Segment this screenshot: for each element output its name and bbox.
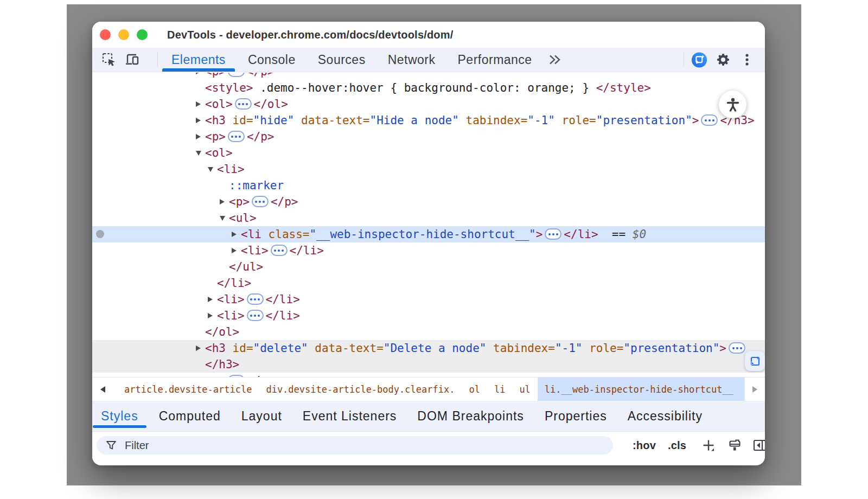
breadcrumb-item[interactable]: li bbox=[487, 378, 512, 401]
ellipsis-expand-button[interactable] bbox=[235, 98, 252, 110]
disclosure-collapsed-icon[interactable] bbox=[232, 232, 237, 237]
sidebar-tab-styles[interactable]: Styles bbox=[101, 401, 138, 431]
dom-tag-text: <style> bbox=[205, 81, 253, 94]
dom-tree-row[interactable]: <p></p> bbox=[92, 194, 765, 210]
dom-tag-text: <li> bbox=[241, 244, 269, 257]
dom-text: == bbox=[598, 228, 633, 241]
breadcrumb-item[interactable]: article.devsite-article bbox=[117, 378, 259, 401]
dom-tree-row[interactable]: <li></li> bbox=[92, 308, 765, 324]
device-toolbar-icon[interactable] bbox=[125, 52, 141, 68]
dom-tree-row[interactable]: <p></p> bbox=[92, 73, 765, 80]
breadcrumb-item[interactable]: li.__web-inspector-hide-shortcut__ bbox=[538, 378, 744, 401]
disclosure-collapsed-icon[interactable] bbox=[196, 118, 201, 123]
dom-tree-row[interactable]: </li> bbox=[92, 275, 765, 291]
dom-tree-row[interactable]: <ol> bbox=[92, 145, 765, 161]
toggle-sidebar-icon[interactable] bbox=[752, 438, 765, 452]
toggle-element-state-button[interactable]: :hov bbox=[633, 439, 656, 452]
breadcrumb-scroll-left-button[interactable] bbox=[92, 378, 113, 401]
inspect-cursor-icon[interactable] bbox=[101, 52, 117, 68]
more-tabs-button[interactable] bbox=[541, 54, 569, 65]
dom-attr-value: "presentation" bbox=[596, 114, 692, 127]
ellipsis-expand-button[interactable] bbox=[271, 245, 288, 256]
filter-input[interactable] bbox=[124, 439, 569, 452]
sidebar-tab-dom-breakpoints[interactable]: DOM Breakpoints bbox=[417, 401, 524, 431]
ai-assistance-icon[interactable] bbox=[691, 52, 707, 68]
element-classes-button[interactable]: .cls bbox=[668, 439, 686, 452]
dom-attr-name: tabindex= bbox=[493, 342, 555, 355]
ellipsis-expand-button[interactable] bbox=[228, 73, 245, 77]
zoom-window-button[interactable] bbox=[137, 29, 148, 40]
dom-tree-row[interactable]: <li> bbox=[92, 161, 765, 177]
sidebar-tab-computed[interactable]: Computed bbox=[159, 401, 221, 431]
sidebar-tab-accessibility[interactable]: Accessibility bbox=[628, 401, 703, 431]
dom-attr-value: "delete" bbox=[253, 342, 308, 355]
dom-attr-value: "Hide a node" bbox=[369, 114, 458, 127]
settings-gear-icon[interactable] bbox=[715, 52, 731, 68]
disclosure-collapsed-icon[interactable] bbox=[208, 313, 213, 318]
disclosure-collapsed-icon[interactable] bbox=[208, 297, 213, 302]
ellipsis-expand-button[interactable] bbox=[247, 310, 264, 321]
dom-tree-row[interactable]: </ul> bbox=[92, 259, 765, 275]
close-window-button[interactable] bbox=[100, 29, 111, 40]
disclosure-collapsed-icon[interactable] bbox=[220, 199, 225, 204]
dom-tag-text: > bbox=[719, 342, 726, 355]
breadcrumb-item[interactable]: div.devsite-article-body.clearfix. bbox=[259, 378, 462, 401]
disclosure-collapsed-icon[interactable] bbox=[196, 101, 201, 107]
ellipsis-expand-button[interactable] bbox=[247, 293, 264, 305]
ai-assistance-fab[interactable] bbox=[745, 351, 765, 371]
dom-tree-row[interactable]: <li class="__web-inspector-hide-shortcut… bbox=[92, 226, 765, 242]
dom-tag-text: </style> bbox=[596, 81, 651, 94]
tab-elements[interactable]: Elements bbox=[162, 48, 235, 72]
dom-tree-row[interactable]: <p></p> bbox=[92, 129, 765, 145]
ellipsis-expand-button[interactable] bbox=[545, 228, 561, 240]
dom-tree-row[interactable]: ::marker bbox=[92, 177, 765, 194]
dom-tag-text: > bbox=[536, 228, 543, 241]
tab-performance[interactable]: Performance bbox=[449, 48, 541, 72]
tab-sources[interactable]: Sources bbox=[309, 48, 375, 72]
dom-tree-row[interactable]: <li></li> bbox=[92, 242, 765, 259]
dom-tag-text: </li> bbox=[564, 228, 598, 241]
dom-tree-row[interactable]: </ol> bbox=[92, 324, 765, 340]
disclosure-expanded-icon[interactable] bbox=[208, 167, 213, 172]
dom-attr-value: "hide" bbox=[253, 114, 295, 127]
dom-tag-text: <p> bbox=[205, 73, 226, 78]
disclosure-expanded-icon[interactable] bbox=[196, 151, 201, 156]
dom-tag-text: </ol> bbox=[254, 98, 288, 111]
dom-tree-row[interactable]: <ul> bbox=[92, 210, 765, 226]
ellipsis-expand-button[interactable] bbox=[729, 342, 745, 354]
disclosure-collapsed-icon[interactable] bbox=[232, 248, 237, 253]
dom-tree-row[interactable]: <h3 id="hide" data-text="Hide a node" ta… bbox=[92, 112, 765, 129]
new-style-rule-plus-icon[interactable] bbox=[701, 438, 716, 452]
dom-tree-row[interactable]: <p></p> bbox=[92, 373, 765, 377]
disclosure-collapsed-icon[interactable] bbox=[196, 346, 201, 351]
rendering-brush-icon[interactable] bbox=[727, 438, 742, 452]
dom-attr-value: "Delete a node" bbox=[384, 342, 487, 355]
sidebar-tab-properties[interactable]: Properties bbox=[545, 401, 607, 431]
ellipsis-expand-button[interactable] bbox=[252, 196, 269, 207]
dom-tree-row[interactable]: <ol></ol> bbox=[92, 96, 765, 112]
dom-tree-row[interactable]: <style> .demo--hover:hover { background-… bbox=[92, 80, 765, 96]
tab-console[interactable]: Console bbox=[239, 48, 305, 72]
minimize-window-button[interactable] bbox=[118, 29, 129, 40]
styles-filter-bar: :hov .cls bbox=[92, 432, 765, 458]
disclosure-collapsed-icon[interactable] bbox=[196, 73, 201, 74]
more-options-kebab-icon[interactable] bbox=[739, 52, 755, 68]
ellipsis-expand-button[interactable] bbox=[228, 131, 245, 142]
disclosure-expanded-icon[interactable] bbox=[220, 216, 225, 221]
dom-tree-row[interactable]: <li></li> bbox=[92, 291, 765, 308]
breadcrumb-item[interactable]: ol bbox=[462, 378, 487, 401]
dom-tree-row[interactable]: </h3> bbox=[92, 356, 765, 373]
dom-tree-row[interactable]: <h3 id="delete" data-text="Delete a node… bbox=[92, 340, 765, 356]
sidebar-tab-strip: StylesComputedLayoutEvent ListenersDOM B… bbox=[92, 401, 765, 432]
ellipsis-expand-button[interactable] bbox=[701, 114, 718, 126]
disclosure-collapsed-icon[interactable] bbox=[196, 134, 201, 139]
accessibility-overlay-button[interactable] bbox=[719, 91, 746, 118]
breadcrumb-item[interactable]: ul bbox=[512, 378, 537, 401]
filter-funnel-icon bbox=[105, 439, 117, 451]
sidebar-tab-event-listeners[interactable]: Event Listeners bbox=[303, 401, 397, 431]
tab-network[interactable]: Network bbox=[379, 48, 445, 72]
filter-field[interactable] bbox=[97, 436, 613, 455]
toolbar-separator bbox=[157, 53, 158, 67]
sidebar-tab-layout[interactable]: Layout bbox=[241, 401, 282, 431]
breadcrumb-scroll-right-button[interactable] bbox=[744, 378, 765, 401]
